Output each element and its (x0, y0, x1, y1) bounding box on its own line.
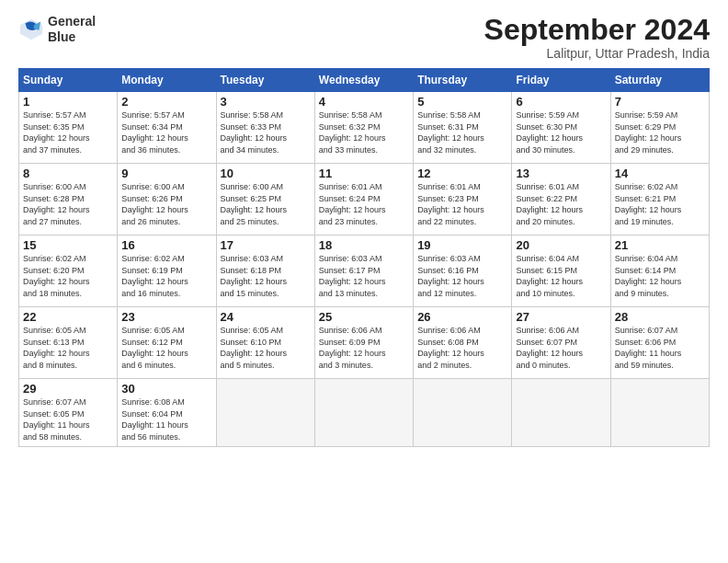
table-row: 17Sunrise: 6:03 AMSunset: 6:18 PMDayligh… (216, 236, 314, 307)
table-row: 15Sunrise: 6:02 AMSunset: 6:20 PMDayligh… (19, 236, 118, 307)
day-info: Sunrise: 5:59 AMSunset: 6:30 PMDaylight:… (516, 109, 606, 155)
header-row: Sunday Monday Tuesday Wednesday Thursday… (19, 69, 710, 92)
day-info: Sunrise: 5:57 AMSunset: 6:34 PMDaylight:… (121, 109, 211, 155)
day-info: Sunrise: 6:05 AMSunset: 6:12 PMDaylight:… (121, 325, 211, 371)
day-info: Sunrise: 5:58 AMSunset: 6:32 PMDaylight:… (319, 109, 409, 155)
day-info: Sunrise: 6:04 AMSunset: 6:15 PMDaylight:… (516, 253, 606, 299)
col-friday: Friday (512, 69, 610, 92)
day-info: Sunrise: 6:06 AMSunset: 6:08 PMDaylight:… (417, 325, 507, 371)
table-row (610, 379, 709, 446)
day-number: 29 (23, 382, 113, 396)
table-row: 1Sunrise: 5:57 AMSunset: 6:35 PMDaylight… (19, 92, 118, 164)
day-info: Sunrise: 6:05 AMSunset: 6:10 PMDaylight:… (221, 325, 311, 371)
table-row: 21Sunrise: 6:04 AMSunset: 6:14 PMDayligh… (610, 236, 709, 307)
day-info: Sunrise: 6:03 AMSunset: 6:18 PMDaylight:… (221, 253, 311, 299)
table-row: 3Sunrise: 5:58 AMSunset: 6:33 PMDaylight… (216, 92, 314, 164)
table-row: 23Sunrise: 6:05 AMSunset: 6:12 PMDayligh… (118, 307, 216, 379)
table-row (216, 379, 314, 446)
day-number: 16 (121, 238, 211, 252)
table-row (314, 379, 413, 446)
day-info: Sunrise: 6:05 AMSunset: 6:13 PMDaylight:… (23, 325, 113, 371)
table-row: 28Sunrise: 6:07 AMSunset: 6:06 PMDayligh… (610, 307, 709, 379)
table-row: 8Sunrise: 6:00 AMSunset: 6:28 PMDaylight… (19, 164, 118, 236)
calendar-table: Sunday Monday Tuesday Wednesday Thursday… (18, 68, 710, 446)
table-row: 18Sunrise: 6:03 AMSunset: 6:17 PMDayligh… (314, 236, 413, 307)
col-sunday: Sunday (19, 69, 118, 92)
table-row: 13Sunrise: 6:01 AMSunset: 6:22 PMDayligh… (512, 164, 610, 236)
table-row: 30Sunrise: 6:08 AMSunset: 6:04 PMDayligh… (118, 379, 216, 446)
table-row: 22Sunrise: 6:05 AMSunset: 6:13 PMDayligh… (19, 307, 118, 379)
table-row: 29Sunrise: 6:07 AMSunset: 6:05 PMDayligh… (19, 379, 118, 446)
location-subtitle: Lalitpur, Uttar Pradesh, India (484, 46, 710, 61)
day-info: Sunrise: 5:58 AMSunset: 6:33 PMDaylight:… (221, 109, 311, 155)
page: General Blue September 2024 Lalitpur, Ut… (0, 0, 728, 563)
col-saturday: Saturday (610, 69, 709, 92)
logo-icon (18, 17, 44, 42)
logo: General Blue (18, 14, 96, 45)
day-number: 14 (615, 167, 705, 180)
day-info: Sunrise: 6:06 AMSunset: 6:07 PMDaylight:… (516, 325, 606, 371)
day-info: Sunrise: 5:58 AMSunset: 6:31 PMDaylight:… (417, 109, 507, 155)
day-number: 8 (23, 167, 113, 180)
table-row: 27Sunrise: 6:06 AMSunset: 6:07 PMDayligh… (512, 307, 610, 379)
day-info: Sunrise: 6:03 AMSunset: 6:16 PMDaylight:… (417, 253, 507, 299)
col-tuesday: Tuesday (216, 69, 314, 92)
logo-line1: General (48, 14, 96, 29)
day-number: 15 (23, 238, 113, 252)
day-number: 22 (23, 310, 113, 324)
day-number: 10 (221, 167, 311, 180)
day-number: 21 (615, 238, 705, 252)
logo-line2: Blue (48, 29, 75, 44)
day-number: 13 (516, 167, 606, 180)
table-row: 4Sunrise: 5:58 AMSunset: 6:32 PMDaylight… (314, 92, 413, 164)
table-row: 11Sunrise: 6:01 AMSunset: 6:24 PMDayligh… (314, 164, 413, 236)
table-row: 10Sunrise: 6:00 AMSunset: 6:25 PMDayligh… (216, 164, 314, 236)
day-number: 4 (319, 95, 409, 109)
day-number: 6 (516, 95, 606, 109)
table-row: 2Sunrise: 5:57 AMSunset: 6:34 PMDaylight… (118, 92, 216, 164)
header: General Blue September 2024 Lalitpur, Ut… (18, 14, 710, 61)
day-info: Sunrise: 6:02 AMSunset: 6:19 PMDaylight:… (121, 253, 211, 299)
day-number: 18 (319, 238, 409, 252)
day-info: Sunrise: 6:08 AMSunset: 6:04 PMDaylight:… (121, 396, 211, 442)
day-number: 5 (417, 95, 507, 109)
col-monday: Monday (118, 69, 216, 92)
day-info: Sunrise: 6:00 AMSunset: 6:25 PMDaylight:… (221, 181, 311, 227)
table-row: 26Sunrise: 6:06 AMSunset: 6:08 PMDayligh… (414, 307, 512, 379)
day-number: 11 (319, 167, 409, 180)
day-info: Sunrise: 6:00 AMSunset: 6:26 PMDaylight:… (121, 181, 211, 227)
logo-text: General Blue (48, 14, 96, 45)
table-row: 16Sunrise: 6:02 AMSunset: 6:19 PMDayligh… (118, 236, 216, 307)
day-number: 24 (221, 310, 311, 324)
day-number: 7 (615, 95, 705, 109)
day-info: Sunrise: 6:06 AMSunset: 6:09 PMDaylight:… (319, 325, 409, 371)
table-row (512, 379, 610, 446)
day-info: Sunrise: 6:00 AMSunset: 6:28 PMDaylight:… (23, 181, 113, 227)
table-row: 14Sunrise: 6:02 AMSunset: 6:21 PMDayligh… (610, 164, 709, 236)
day-number: 3 (221, 95, 311, 109)
day-number: 1 (23, 95, 113, 109)
table-row: 7Sunrise: 5:59 AMSunset: 6:29 PMDaylight… (610, 92, 709, 164)
day-info: Sunrise: 6:01 AMSunset: 6:24 PMDaylight:… (319, 181, 409, 227)
day-number: 25 (319, 310, 409, 324)
day-info: Sunrise: 6:03 AMSunset: 6:17 PMDaylight:… (319, 253, 409, 299)
table-row: 9Sunrise: 6:00 AMSunset: 6:26 PMDaylight… (118, 164, 216, 236)
day-number: 19 (417, 238, 507, 252)
title-block: September 2024 Lalitpur, Uttar Pradesh, … (484, 14, 710, 61)
col-thursday: Thursday (414, 69, 512, 92)
day-info: Sunrise: 6:02 AMSunset: 6:20 PMDaylight:… (23, 253, 113, 299)
day-number: 17 (221, 238, 311, 252)
day-number: 30 (121, 382, 211, 396)
table-row: 5Sunrise: 5:58 AMSunset: 6:31 PMDaylight… (414, 92, 512, 164)
month-title: September 2024 (484, 14, 710, 46)
table-row (414, 379, 512, 446)
table-row: 24Sunrise: 6:05 AMSunset: 6:10 PMDayligh… (216, 307, 314, 379)
day-info: Sunrise: 6:07 AMSunset: 6:05 PMDaylight:… (23, 396, 113, 442)
table-row: 19Sunrise: 6:03 AMSunset: 6:16 PMDayligh… (414, 236, 512, 307)
col-wednesday: Wednesday (314, 69, 413, 92)
day-number: 28 (615, 310, 705, 324)
day-number: 27 (516, 310, 606, 324)
day-number: 9 (121, 167, 211, 180)
day-info: Sunrise: 6:01 AMSunset: 6:22 PMDaylight:… (516, 181, 606, 227)
day-number: 2 (121, 95, 211, 109)
